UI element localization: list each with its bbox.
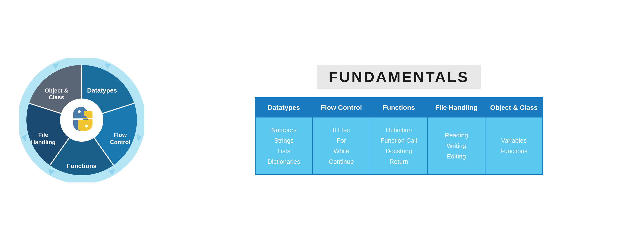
svg-point-15 — [78, 110, 81, 113]
right-section: FUNDAMENTALS Datatypes Numbers Strings L… — [149, 65, 630, 175]
fundamentals-table: Datatypes Numbers Strings Lists Dictiona… — [255, 97, 543, 175]
col-body-file-handling: Reading Writing Editing — [428, 118, 485, 174]
item-definition: Definition — [386, 125, 412, 135]
svg-text:Flow: Flow — [114, 132, 127, 138]
col-flow-control: Flow Control If Else For While Continue — [313, 98, 370, 174]
item-reading: Reading — [445, 130, 468, 140]
col-datatypes: Datatypes Numbers Strings Lists Dictiona… — [256, 98, 313, 174]
wheel-diagram: Datatypes Flow Control Functions File Ha… — [19, 58, 144, 182]
item-return: Return — [390, 156, 408, 167]
svg-text:Datatypes: Datatypes — [87, 87, 117, 94]
fundamentals-title: FUNDAMENTALS — [317, 65, 480, 89]
svg-text:File: File — [38, 132, 48, 138]
item-for: For — [337, 135, 346, 146]
svg-text:Class: Class — [49, 94, 64, 101]
col-body-datatypes: Numbers Strings Lists Dictionaries — [256, 118, 312, 174]
col-body-object-class: Variables Functions — [486, 118, 542, 174]
item-while: While — [334, 146, 349, 156]
col-header-functions: Functions — [370, 98, 427, 117]
item-function-call: Function Call — [381, 135, 417, 146]
item-continue: Continue — [329, 156, 354, 167]
col-header-object-class: Object & Class — [486, 98, 542, 117]
col-file-handling: File Handling Reading Writing Editing — [428, 98, 486, 174]
wheel-section: Datatypes Flow Control Functions File Ha… — [14, 58, 149, 182]
item-writing: Writing — [447, 140, 466, 151]
col-object-class: Object & Class Variables Functions — [486, 98, 542, 174]
col-header-file-handling: File Handling — [428, 98, 485, 117]
svg-text:Control: Control — [110, 139, 130, 145]
svg-text:Object &: Object & — [45, 87, 68, 94]
item-variables: Variables — [501, 135, 526, 146]
item-functions-oc: Functions — [500, 146, 528, 156]
item-if-else: If Else — [333, 125, 350, 135]
svg-text:Functions: Functions — [67, 162, 96, 169]
col-functions: Functions Definition Function Call Docst… — [370, 98, 428, 174]
col-body-flow-control: If Else For While Continue — [313, 118, 370, 174]
main-container: Datatypes Flow Control Functions File Ha… — [0, 0, 644, 240]
item-lists: Lists — [278, 146, 290, 156]
col-body-functions: Definition Function Call Docstring Retur… — [370, 118, 427, 174]
svg-point-16 — [85, 125, 88, 127]
wheel-svg: Datatypes Flow Control Functions File Ha… — [19, 58, 144, 182]
item-editing: Editing — [447, 151, 466, 162]
svg-text:Handling: Handling — [31, 139, 56, 145]
item-strings: Strings — [274, 135, 294, 146]
item-docstring: Docstring — [386, 146, 412, 156]
item-numbers: Numbers — [271, 125, 296, 135]
col-header-datatypes: Datatypes — [256, 98, 312, 117]
col-header-flow-control: Flow Control — [313, 98, 370, 117]
item-dictionaries: Dictionaries — [268, 156, 300, 167]
